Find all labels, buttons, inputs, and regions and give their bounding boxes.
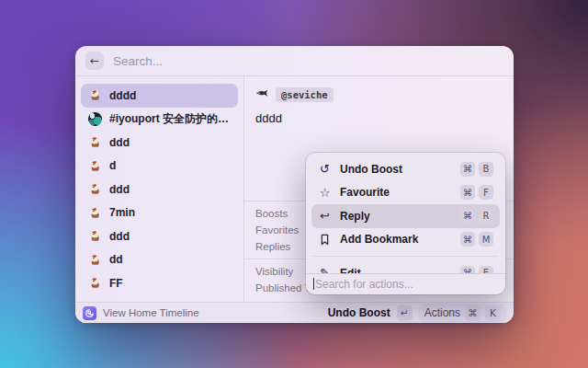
shortcut-keys: ⌘ M [460, 232, 493, 247]
app-logo-icon [83, 306, 96, 320]
list-item-label: #iyouport 安全防护的基本思路。… [109, 111, 232, 127]
pencil-icon: ✎ [318, 266, 332, 272]
list-item[interactable]: ddd [81, 178, 238, 201]
list-item[interactable]: ddd [81, 131, 238, 155]
menu-item-edit[interactable]: ✎ Edit ⌘ E [311, 261, 500, 273]
list-item[interactable]: 7min [81, 201, 238, 225]
fish-icon [255, 86, 269, 103]
list-item-label: ddd [109, 136, 232, 149]
arrow-left-icon: ← [90, 54, 99, 67]
bookmark-icon [318, 234, 332, 246]
shortcut-keys: ⌘ F [460, 185, 493, 200]
menu-item-label: Edit [340, 267, 452, 273]
actions-search-input[interactable] [315, 278, 498, 291]
footer-actions: Undo Boost ↵ Actions ⌘ K [328, 304, 506, 323]
reply-icon: ↩ [318, 209, 332, 223]
menu-item-undo-boost[interactable]: ↺ Undo Boost ⌘ B [311, 157, 500, 181]
footer-bar: View Home Timeline Undo Boost ↵ Actions … [75, 302, 514, 323]
bird-avatar-icon [87, 205, 102, 220]
list-item-label: dddd [109, 89, 232, 102]
actions-button-label: Actions [424, 306, 460, 319]
bird-avatar-icon [87, 252, 102, 267]
list-item[interactable]: FF [81, 271, 238, 295]
shortcut-keys: ⌘ B [460, 162, 493, 177]
shortcut-keys: ⌘ E [460, 266, 493, 273]
author-row: @seviche [255, 87, 503, 102]
text-cursor [313, 278, 314, 290]
search-bar: ← [75, 46, 514, 76]
menu-item-label: Favourite [340, 186, 452, 199]
menu-item-label: Add Bookmark [340, 233, 452, 246]
list-item-label: dd [109, 253, 232, 266]
list-item-label: FF [109, 277, 232, 290]
menu-item-favourite[interactable]: ☆ Favourite ⌘ F [311, 181, 500, 205]
actions-button[interactable]: Actions ⌘ K [419, 304, 506, 323]
bird-avatar-icon [87, 276, 102, 291]
undo-icon: ↺ [318, 162, 332, 176]
bird-avatar-icon [87, 158, 102, 173]
list-item-label: 7min [109, 206, 232, 219]
footer-status: View Home Timeline [103, 307, 199, 318]
actions-search-field[interactable] [306, 273, 505, 295]
cmd-key-badge: ⌘ [465, 305, 481, 321]
list-item[interactable]: ddd [81, 224, 238, 248]
search-input[interactable] [113, 54, 503, 68]
shortcut-keys: ⌘ R [460, 209, 493, 224]
star-icon: ☆ [318, 186, 332, 200]
author-handle-badge: @seviche [276, 87, 334, 102]
list-item-label: ddd [109, 230, 232, 243]
menu-item-label: Undo Boost [340, 163, 452, 176]
menu-divider [313, 256, 498, 257]
enter-key-badge: ↵ [397, 305, 413, 321]
menu-item-label: Reply [340, 210, 452, 223]
bird-avatar-icon [87, 182, 102, 197]
bird-avatar-icon [87, 135, 102, 150]
actions-menu: ↺ Undo Boost ⌘ B ☆ Favourite ⌘ F ↩ Reply [306, 153, 505, 294]
menu-item-add-bookmark[interactable]: Add Bookmark ⌘ M [311, 228, 500, 252]
list-item[interactable]: d [81, 155, 238, 178]
actions-menu-list: ↺ Undo Boost ⌘ B ☆ Favourite ⌘ F ↩ Reply [306, 153, 505, 273]
desktop-background: ← dddd #iyouport 安全防护的基本思路。… [0, 0, 588, 368]
bird-avatar-icon [87, 88, 102, 103]
menu-item-reply[interactable]: ↩ Reply ⌘ R [311, 204, 500, 228]
results-list: dddd #iyouport 安全防护的基本思路。… ddd d [75, 76, 244, 302]
primary-action-label[interactable]: Undo Boost [328, 306, 390, 319]
back-button[interactable]: ← [85, 52, 104, 70]
list-item[interactable]: #iyouport 安全防护的基本思路。… [81, 108, 238, 132]
list-item-label: d [109, 159, 232, 172]
list-item[interactable]: dd [81, 248, 238, 272]
list-item[interactable]: dddd [81, 84, 238, 108]
bird-avatar-icon [87, 229, 102, 244]
post-text: dddd [255, 111, 503, 125]
globe-avatar-icon [87, 111, 102, 126]
k-key-badge: K [485, 305, 501, 321]
list-item-label: ddd [109, 183, 232, 196]
